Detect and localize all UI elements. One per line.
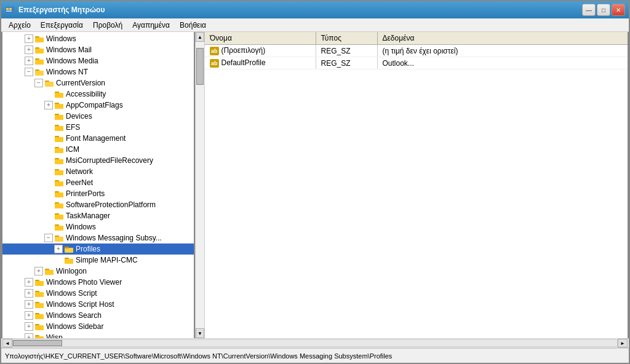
tree-label-printerports: PrinterPorts <box>66 189 105 198</box>
tree-item-win-sidebar[interactable]: + Windows Sidebar <box>2 321 194 332</box>
tree-item-font-management[interactable]: Font Management <box>2 133 194 144</box>
tree-item-win-script-host[interactable]: + Windows Script Host <box>2 299 194 310</box>
tree-label-win-photo-viewer: Windows Photo Viewer <box>46 278 122 287</box>
folder-icon-windows-nt <box>34 68 44 76</box>
svg-rect-42 <box>55 170 63 175</box>
ab-icon: ab <box>210 47 219 55</box>
tree-item-msi[interactable]: MsiCorruptedFileRecovery <box>2 155 194 166</box>
scroll-thumb[interactable] <box>196 48 204 85</box>
folder-icon-win-script <box>34 289 44 298</box>
folder-icon-windows-mail <box>34 46 44 54</box>
tree-label-appcompat: AppCompatFlags <box>66 101 123 109</box>
tree-item-devices[interactable]: Devices <box>2 111 194 122</box>
menu-help[interactable]: Βοήθεια <box>175 20 211 31</box>
folder-icon-win-messaging <box>54 234 64 242</box>
menu-edit[interactable]: Επεξεργασία <box>36 20 88 31</box>
svg-rect-33 <box>55 137 63 142</box>
tree-item-appcompat[interactable]: + AppCompatFlags <box>2 100 194 111</box>
title-bar-icon <box>5 5 15 15</box>
tree-label-taskmanager: TaskManager <box>66 212 110 220</box>
tree-item-windows-mail[interactable]: + Windows Mail <box>2 44 194 55</box>
tree-expander-win-script[interactable]: + <box>25 289 33 298</box>
table-row[interactable]: abDefaultProfile REG_SZ Outlook... <box>205 57 628 69</box>
close-button[interactable]: ✕ <box>612 4 625 16</box>
tree-label-winlogon: Winlogon <box>56 267 87 275</box>
tree-item-wisp[interactable]: + Wisp <box>2 332 194 338</box>
table-row[interactable]: ab(Προεπιλογή) REG_SZ (η τιμή δεν έχει ο… <box>205 45 628 57</box>
status-bar: Υπολογιστής\HKEY_CURRENT_USER\Software\M… <box>1 348 629 363</box>
tree-expander-win-sidebar[interactable]: + <box>25 322 33 331</box>
bottom-hscroll[interactable]: ◄ ► <box>1 338 629 348</box>
tree-expander-win-script-host[interactable]: + <box>25 300 33 309</box>
col-name-header[interactable]: Όνομα <box>205 32 316 45</box>
tree-item-peernet[interactable]: PeerNet <box>2 177 194 188</box>
hscroll-right-btn[interactable]: ► <box>618 339 628 347</box>
hscroll-left-btn[interactable]: ◄ <box>2 339 12 347</box>
tree-vscrollbar[interactable]: ▲ ▼ <box>195 32 205 338</box>
tree-expander-current-version[interactable]: − <box>34 79 43 87</box>
tree-item-accessibility[interactable]: Accessibility <box>2 89 194 100</box>
scroll-down-btn[interactable]: ▼ <box>196 328 204 338</box>
folder-icon-wisp <box>34 333 44 338</box>
tree-label-win-script: Windows Script <box>46 289 97 298</box>
tree-label-peernet: PeerNet <box>66 178 93 187</box>
tree-expander-win-photo-viewer[interactable]: + <box>25 278 33 287</box>
svg-rect-21 <box>55 93 63 98</box>
tree-item-winlogon[interactable]: + Winlogon <box>2 266 194 277</box>
tree-item-simple-mapi[interactable]: Simple MAPI-CMC <box>2 255 194 266</box>
tree-item-icm[interactable]: ICM <box>2 144 194 155</box>
hscroll-thumb[interactable] <box>13 340 62 346</box>
tree-item-win-search[interactable]: + Windows Search <box>2 310 194 321</box>
window-title: Επεξεργαστής Μητρώου <box>18 6 105 14</box>
svg-rect-61 <box>65 248 73 253</box>
tree-expander-profiles[interactable]: + <box>54 245 63 253</box>
tree-expander-windows[interactable]: + <box>25 34 33 43</box>
tree-item-win-photo-viewer[interactable]: + Windows Photo Viewer <box>2 277 194 288</box>
svg-rect-36 <box>55 148 63 153</box>
tree-expander-win-messaging[interactable]: − <box>44 234 53 242</box>
scroll-up-btn[interactable]: ▲ <box>196 32 204 42</box>
tree-item-current-version[interactable]: − CurrentVersion <box>2 77 194 89</box>
menu-file[interactable]: Αρχείο <box>4 20 36 31</box>
tree-item-taskmanager[interactable]: TaskManager <box>2 210 194 221</box>
folder-icon-software-protection <box>54 200 64 209</box>
svg-rect-39 <box>55 159 63 164</box>
tree-expander-winlogon[interactable]: + <box>34 267 43 275</box>
row-data-0: (η τιμή δεν έχει οριστεί) <box>383 47 458 55</box>
tree-item-win-messaging[interactable]: − Windows Messaging Subsy... <box>2 232 194 243</box>
tree-item-software-protection[interactable]: SoftwareProtectionPlatform <box>2 199 194 210</box>
tree-expander-win-search[interactable]: + <box>25 311 33 320</box>
tree-expander-windows-mail[interactable]: + <box>25 46 33 54</box>
title-bar-controls: — □ ✕ <box>582 4 625 16</box>
svg-rect-51 <box>55 204 63 208</box>
tree-item-network[interactable]: Network <box>2 166 194 177</box>
registry-table: Όνομα Τύπος Δεδομένα ab(Προεπιλογή) REG_… <box>205 32 628 69</box>
tree-item-efs[interactable]: EFS <box>2 122 194 133</box>
tree-expander-wisp[interactable]: + <box>25 333 33 338</box>
menu-favorites[interactable]: Αγαπημένα <box>127 20 175 31</box>
tree-expander-windows-media[interactable]: + <box>25 57 33 65</box>
svg-rect-80 <box>35 314 44 319</box>
tree-expander-windows-nt[interactable]: − <box>25 68 33 76</box>
folder-icon-efs <box>54 123 64 132</box>
svg-rect-57 <box>55 226 63 231</box>
tree-expander-appcompat[interactable]: + <box>44 101 53 109</box>
tree-item-windows[interactable]: + Windows <box>2 33 194 44</box>
folder-icon-simple-mapi <box>64 256 74 264</box>
tree-item-printerports[interactable]: PrinterPorts <box>2 188 194 199</box>
svg-rect-68 <box>45 270 54 275</box>
tree-item-windows-media[interactable]: + Windows Media <box>2 55 194 66</box>
col-type-header[interactable]: Τύπος <box>316 32 377 45</box>
tree-item-windows-nt[interactable]: − Windows NT <box>2 66 194 77</box>
col-data-header[interactable]: Δεδομένα <box>377 32 628 45</box>
tree-item-win-script[interactable]: + Windows Script <box>2 288 194 299</box>
maximize-button[interactable]: □ <box>597 4 610 16</box>
svg-rect-65 <box>65 259 73 264</box>
folder-icon-profiles <box>64 245 74 253</box>
minimize-button[interactable]: — <box>582 4 596 16</box>
folder-icon-taskmanager <box>54 212 64 220</box>
tree-item-windows-sub[interactable]: Windows <box>2 221 194 232</box>
svg-rect-83 <box>35 325 44 330</box>
menu-view[interactable]: Προβολή <box>88 20 127 31</box>
tree-item-profiles[interactable]: + Profiles <box>2 243 194 255</box>
